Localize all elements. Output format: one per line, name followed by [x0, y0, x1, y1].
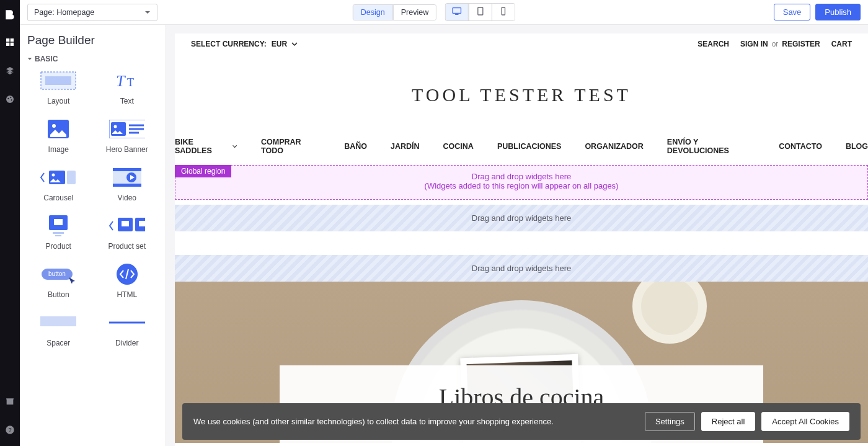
site-title: TOOL TESTER TEST: [175, 55, 868, 129]
link-cart[interactable]: CART: [831, 40, 852, 48]
preview-canvas: SELECT CURRENCY: EUR SEARCH SIGN IN or R…: [175, 33, 868, 446]
dropzone[interactable]: Drag and drop widgets here: [175, 255, 868, 282]
widget-layout[interactable]: Layout: [27, 69, 90, 105]
group-basic[interactable]: BASIC: [27, 55, 158, 63]
nav-item[interactable]: BLOG: [846, 138, 868, 155]
svg-rect-0: [6, 38, 9, 42]
widget-html[interactable]: HTML: [96, 263, 159, 299]
widget-sidebar: Page Builder BASIC Layout TT Text: [20, 25, 166, 446]
mobile-icon: [498, 7, 508, 16]
rail-help-icon[interactable]: ?: [0, 420, 20, 440]
layout-icon: [40, 71, 76, 90]
nav-item[interactable]: COCINA: [443, 138, 474, 155]
nav-item[interactable]: COMPRAR TODO: [261, 138, 321, 155]
device-mobile[interactable]: [492, 4, 515, 20]
svg-text:?: ?: [8, 427, 11, 433]
brand-logo-icon: [0, 5, 20, 24]
rail-builder-icon[interactable]: [0, 32, 20, 52]
device-tablet[interactable]: [469, 4, 492, 20]
nav-item[interactable]: ENVÍO Y DEVOLUCIONES: [667, 138, 755, 155]
svg-rect-11: [456, 14, 459, 15]
cookie-banner: We use cookies (and other similar techno…: [182, 403, 861, 440]
svg-rect-30: [113, 168, 141, 171]
cookie-reject-button[interactable]: Reject all: [701, 412, 755, 431]
currency-selector[interactable]: SELECT CURRENCY: EUR: [191, 40, 298, 48]
widget-text[interactable]: TT Text: [96, 69, 159, 105]
svg-rect-44: [40, 316, 76, 326]
svg-point-19: [52, 124, 56, 128]
svg-point-5: [7, 98, 9, 99]
preview-tab[interactable]: Preview: [393, 5, 436, 20]
widget-divider[interactable]: Divider: [96, 311, 159, 347]
widget-carousel[interactable]: Carousel: [27, 166, 90, 202]
rail-theme-icon[interactable]: [0, 89, 20, 109]
widget-video[interactable]: Video: [96, 166, 159, 202]
svg-rect-38: [122, 221, 129, 226]
widget-product-set[interactable]: Product set: [96, 215, 159, 251]
svg-rect-15: [45, 76, 71, 85]
widget-product[interactable]: Product: [27, 215, 90, 251]
cookie-accept-button[interactable]: Accept All Cookies: [761, 412, 849, 431]
site-nav: BIKE SADDLES COMPRAR TODO BAÑO JARDÍN CO…: [175, 129, 868, 164]
svg-rect-36: [55, 235, 61, 236]
link-signin[interactable]: SIGN IN: [740, 40, 768, 48]
nav-item[interactable]: BIKE SADDLES: [175, 138, 237, 155]
global-region[interactable]: Global region Drag and drop widgets here…: [175, 165, 868, 200]
svg-rect-28: [67, 171, 76, 184]
svg-rect-13: [502, 7, 505, 15]
global-region-tag: Global region: [175, 165, 231, 177]
link-register[interactable]: REGISTER: [782, 40, 820, 48]
widget-button[interactable]: button Button: [27, 263, 90, 299]
product-icon: [49, 215, 68, 236]
nav-item[interactable]: JARDÍN: [391, 138, 420, 155]
text-icon: TT: [115, 71, 140, 90]
widget-spacer[interactable]: Spacer: [27, 311, 90, 347]
device-toggle: [445, 3, 515, 21]
device-desktop[interactable]: [446, 4, 469, 20]
widget-image[interactable]: Image: [27, 118, 90, 154]
svg-rect-34: [54, 219, 63, 225]
svg-rect-12: [478, 7, 483, 15]
svg-point-7: [11, 99, 12, 100]
svg-rect-2: [6, 43, 9, 46]
link-search[interactable]: SEARCH: [698, 40, 729, 48]
svg-rect-40: [139, 221, 145, 226]
dropzone[interactable]: Drag and drop widgets here: [175, 205, 868, 231]
page-selector-label: Page: Homepage: [34, 8, 94, 17]
svg-point-27: [52, 174, 55, 177]
mode-toggle: Design Preview: [353, 4, 436, 20]
svg-text:button: button: [48, 270, 66, 277]
productset-icon: [109, 216, 145, 235]
publish-button[interactable]: Publish: [815, 4, 861, 20]
cookie-message: We use cookies (and other similar techno…: [193, 417, 639, 426]
cookie-settings-button[interactable]: Settings: [645, 412, 695, 431]
svg-point-22: [113, 125, 117, 128]
topbar: Page: Homepage Design Preview Save Publi…: [20, 0, 868, 25]
svg-rect-35: [53, 232, 64, 234]
chevron-down-icon: [291, 40, 298, 48]
html-icon: [117, 264, 138, 285]
nav-item[interactable]: ORGANIZADOR: [585, 138, 643, 155]
design-tab[interactable]: Design: [353, 5, 393, 20]
hero-icon: [109, 120, 145, 138]
rail-storefront-icon[interactable]: [0, 391, 20, 411]
svg-rect-3: [11, 43, 14, 46]
rail-layers-icon[interactable]: [0, 61, 20, 81]
button-icon: button: [40, 265, 76, 283]
svg-rect-1: [11, 38, 14, 42]
save-button[interactable]: Save: [774, 4, 811, 20]
left-rail: ?: [0, 0, 20, 446]
nav-item[interactable]: PUBLICACIONES: [497, 138, 561, 155]
spacer-icon: [40, 316, 76, 329]
page-selector[interactable]: Page: Homepage: [27, 4, 157, 21]
widget-hero-banner[interactable]: Hero Banner: [96, 118, 159, 154]
divider-icon: [109, 316, 145, 329]
triangle-down-icon: [27, 56, 32, 61]
svg-text:T: T: [116, 72, 126, 90]
desktop-icon: [452, 7, 462, 16]
nav-item[interactable]: CONTACTO: [779, 138, 822, 155]
caret-down-icon: [144, 9, 151, 16]
svg-rect-10: [453, 8, 461, 14]
video-icon: [112, 168, 143, 187]
nav-item[interactable]: BAÑO: [344, 138, 367, 155]
